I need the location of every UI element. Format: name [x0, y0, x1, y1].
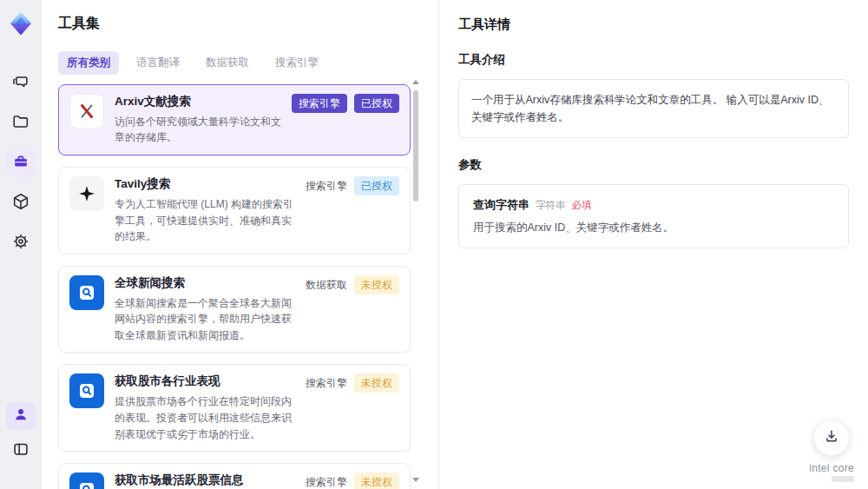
category-badge: 搜索引擎: [306, 176, 347, 195]
param-name: 查询字符串: [473, 197, 529, 213]
param-type: 字符串: [536, 199, 566, 212]
intel-core-text: intel core: [809, 462, 854, 474]
tab-search-engine[interactable]: 搜索引擎: [266, 51, 327, 75]
category-badge: 搜索引擎: [306, 373, 347, 393]
tavily-star-icon: [69, 176, 104, 211]
scroll-down-icon[interactable]: [412, 478, 419, 482]
auth-badge: 未授权: [354, 275, 399, 294]
avatar-icon: [12, 406, 30, 426]
sidebar-item-profile[interactable]: [6, 402, 36, 430]
floating-corner: intel core: [809, 420, 854, 482]
intro-heading: 工具介绍: [458, 52, 849, 68]
tool-card-sector-performance[interactable]: 获取股市各行业表现 提供股票市场各个行业在特定时间段内的表现。投资者可以利用这些…: [58, 364, 411, 452]
sidebar-item-settings[interactable]: [6, 229, 36, 257]
cube-icon: [11, 192, 30, 215]
auth-badge: 未授权: [354, 373, 399, 393]
tool-card-tavily[interactable]: Tavily搜索 专为人工智能代理 (LLM) 构建的搜索引擎工具，可快速提供实…: [58, 167, 411, 254]
sidebar-item-chat[interactable]: [6, 69, 36, 97]
tab-data-fetch[interactable]: 数据获取: [197, 51, 258, 75]
sidebar-item-toolbox[interactable]: [6, 149, 36, 177]
tool-title: 获取股市各行业表现: [115, 373, 297, 390]
folder-icon: [11, 112, 30, 135]
tool-title: Tavily搜索: [115, 176, 297, 193]
tool-desc: 访问各个研究领域大量科学论文和文章的存储库。: [115, 114, 283, 146]
download-button[interactable]: [813, 420, 850, 456]
tool-desc: 提供股票市场各个行业在特定时间段内的表现。投资者可以利用这些信息来识别表现优于或…: [115, 393, 297, 442]
app-logo[interactable]: [8, 10, 34, 40]
auth-badge: 未授权: [354, 472, 399, 489]
arxiv-icon: [69, 94, 104, 129]
category-tabs: 所有类别 语言翻译 数据获取 搜索引擎: [58, 51, 438, 75]
params-heading: 参数: [458, 157, 849, 173]
category-badge: 搜索引擎: [306, 472, 347, 489]
chat-icon: [11, 72, 30, 95]
panel-icon: [11, 439, 30, 462]
scroll-up-icon[interactable]: [412, 80, 419, 84]
scrollbar-thumb[interactable]: [413, 90, 418, 202]
tools-list: Arxiv文献搜索 访问各个研究领域大量科学论文和文章的存储库。 搜索引擎 已授…: [58, 84, 411, 489]
news-search-icon: [69, 472, 104, 489]
intro-text: 一个用于从Arxiv存储库搜索科学论文和文章的工具。 输入可以是Arxiv ID…: [458, 79, 849, 138]
tool-card-active-stocks[interactable]: 获取市场最活跃股票信息 提供当天交易量最高的股票列表。投资者可以利用这些信息来识…: [58, 463, 411, 489]
sidebar-item-models[interactable]: [6, 189, 36, 217]
auth-badge: 已授权: [354, 176, 399, 195]
tools-pane: 工具集 所有类别 语言翻译 数据获取 搜索引擎 Arxiv文献: [42, 0, 438, 489]
category-badge: 数据获取: [306, 275, 347, 294]
tool-detail-pane: 工具详情 工具介绍 一个用于从Arxiv存储库搜索科学论文和文章的工具。 输入可…: [438, 0, 868, 489]
param-required-badge: 必填: [572, 199, 592, 212]
tool-title: Arxiv文献搜索: [115, 94, 283, 110]
tool-card-global-news[interactable]: 全球新闻搜索 全球新闻搜索是一个聚合全球各大新闻网站内容的搜索引擎，帮助用户快速…: [58, 266, 411, 354]
intel-core-logo: intel core: [809, 462, 854, 482]
tools-list-scrollbar[interactable]: [412, 80, 419, 482]
tool-desc: 全球新闻搜索是一个聚合全球各大新闻网站内容的搜索引擎，帮助用户快速获取全球最新资…: [115, 295, 297, 344]
auth-badge: 已授权: [354, 94, 399, 113]
left-rail: [0, 0, 42, 489]
detail-title: 工具详情: [458, 17, 849, 33]
tool-card-arxiv[interactable]: Arxiv文献搜索 访问各个研究领域大量科学论文和文章的存储库。 搜索引擎 已授…: [58, 84, 411, 155]
news-search-icon: [69, 275, 104, 310]
toolbox-icon: [11, 152, 30, 175]
intel-ultra-badge: [832, 476, 854, 482]
tool-title: 获取市场最活跃股票信息: [115, 472, 297, 489]
download-icon: [823, 427, 840, 448]
gear-icon: [11, 232, 30, 254]
tool-title: 全球新闻搜索: [115, 275, 297, 292]
news-search-icon: [69, 373, 104, 408]
param-desc: 用于搜索的Arxiv ID、关键字或作者姓名。: [473, 221, 834, 235]
tab-language-translation[interactable]: 语言翻译: [128, 51, 188, 75]
param-card: 查询字符串 字符串 必填 用于搜索的Arxiv ID、关键字或作者姓名。: [458, 184, 849, 248]
page-title: 工具集: [58, 15, 438, 33]
sidebar-item-collapse[interactable]: [6, 437, 36, 465]
category-badge: 搜索引擎: [292, 94, 347, 113]
main-area: 工具集 所有类别 语言翻译 数据获取 搜索引擎 Arxiv文献: [42, 0, 868, 489]
tool-desc: 专为人工智能代理 (LLM) 构建的搜索引擎工具，可快速提供实时、准确和真实的结…: [115, 196, 297, 245]
tab-all-categories[interactable]: 所有类别: [58, 51, 119, 75]
sidebar-item-files[interactable]: [6, 109, 36, 137]
